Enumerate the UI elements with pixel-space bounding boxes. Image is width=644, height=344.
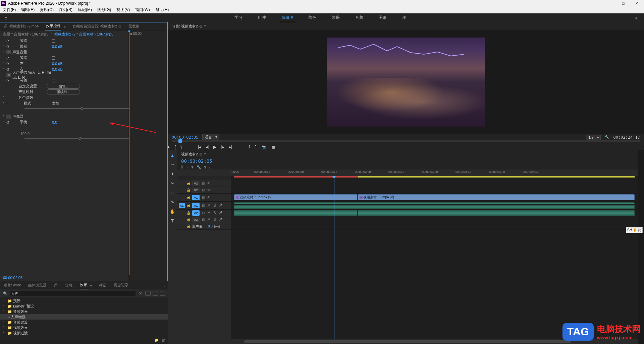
out-point-icon[interactable]: } (180, 145, 182, 149)
lock-icon[interactable]: 🔒 (186, 182, 191, 185)
menu-help[interactable]: 帮助(H) (154, 6, 170, 13)
step-back-icon[interactable]: ◂| (206, 145, 209, 149)
right-value[interactable]: 0.0 dB (52, 67, 63, 71)
resolution-dropdown[interactable]: 1/2 (586, 135, 600, 140)
settings-icon[interactable]: 🔧 (605, 135, 609, 139)
zoom-dropdown[interactable]: 适合 (202, 134, 219, 140)
marker-icon[interactable]: ▼ (191, 165, 194, 169)
marker-add-icon[interactable]: ♦ (168, 145, 170, 149)
home-icon[interactable]: ⌂ (3, 14, 9, 21)
workspace-graphics[interactable]: 图形 (376, 13, 389, 22)
lift-icon[interactable]: ⤴ (248, 145, 250, 149)
tab-source[interactable]: 源: 视频素材2~2.mp4 (3, 22, 39, 30)
stopwatch-icon[interactable]: ◔ (6, 45, 10, 48)
clip-audio-a1[interactable] (234, 205, 635, 209)
balance-value[interactable]: 0.0 (52, 120, 57, 124)
bypass-checkbox[interactable] (52, 39, 55, 43)
add-button-icon[interactable]: + (642, 145, 644, 149)
program-monitor[interactable] (168, 30, 644, 134)
workspace-effects[interactable]: 效果 (329, 13, 342, 22)
fx-badge[interactable]: fx (6, 50, 11, 54)
tabs-overflow[interactable]: » (163, 283, 165, 287)
panel-menu-icon[interactable]: ≡ (204, 24, 206, 28)
track-a2[interactable]: A2 (192, 210, 200, 216)
menu-marker[interactable]: 标记(M) (76, 6, 93, 13)
tab-markers[interactable]: 标记 (98, 281, 107, 289)
panel-menu-icon[interactable]: ≡ (90, 283, 92, 287)
menu-clip[interactable]: 剪辑(C) (39, 6, 55, 13)
track-v2[interactable]: V2 (192, 188, 200, 193)
panel-menu-icon[interactable]: ≡ (63, 24, 65, 28)
in-point-icon[interactable]: { (174, 145, 176, 149)
comparison-icon[interactable]: ▦ (271, 145, 275, 149)
menu-window[interactable]: 窗口(W) (134, 6, 151, 13)
clip-audio-a2b[interactable] (358, 210, 635, 216)
tree-audio-effects[interactable]: ˅📁音频效果 (0, 309, 168, 314)
stopwatch-icon[interactable]: ◔ (6, 39, 10, 43)
level-value[interactable]: 0.0 dB (52, 45, 63, 49)
linked-selection-icon[interactable]: ∩ (185, 165, 188, 169)
menu-view[interactable]: 视图(V) (115, 6, 131, 13)
ec-timecode[interactable]: 00:00:02:05 (3, 276, 22, 280)
track-select-tool-icon[interactable]: ⇥ (169, 161, 175, 167)
menu-sequence[interactable]: 序列(S) (58, 6, 74, 13)
cc-icon[interactable]: ▭ (209, 165, 212, 169)
sequence-name[interactable]: 视频素材2~2 (181, 152, 202, 157)
expand-icon[interactable]: ▶◀ (214, 224, 220, 228)
mode-value[interactable]: 女性 (52, 101, 59, 106)
clip-video-2[interactable]: fx视频素材 ~2.mp4 [V] (358, 194, 635, 200)
extract-icon[interactable]: ⤵ (255, 145, 257, 149)
tree-audio-transitions[interactable]: ˃📁音频过渡 (0, 320, 168, 325)
workspace-audio[interactable]: 音频 (353, 13, 366, 22)
workspace-overflow[interactable]: » (631, 16, 641, 20)
type-tool-icon[interactable]: T (169, 218, 175, 224)
clip-audio-a2a[interactable] (234, 210, 357, 216)
play-icon[interactable]: ▶ (213, 145, 216, 149)
left-value[interactable]: 0.0 dB (52, 62, 63, 66)
tree-video-effects[interactable]: ˃📁视频效果 (0, 325, 168, 330)
tab-effects[interactable]: 效果 (79, 281, 88, 289)
menu-graphics[interactable]: 图形(G) (96, 6, 112, 13)
workspace-color[interactable]: 颜色 (306, 13, 319, 22)
source-a1[interactable]: A1 (179, 203, 185, 208)
tab-info[interactable]: 信息 (64, 281, 73, 289)
clip-audio-a1-top[interactable] (234, 202, 635, 204)
tab-history[interactable]: 历史记录 (113, 281, 129, 289)
track-v1[interactable]: V1 (192, 195, 200, 200)
clear-search-icon[interactable]: ✕ (138, 291, 143, 296)
sync-lock-icon[interactable]: ⊟ (201, 182, 205, 185)
pen-tool-icon[interactable]: ✎ (169, 199, 175, 205)
new-bin-icon[interactable]: 📁 (154, 338, 159, 342)
tree-lumetri[interactable]: ˃📁Lumetri 预设 (0, 303, 168, 309)
tab-media-browser[interactable]: 媒体浏览器 (28, 281, 47, 289)
snap-icon[interactable]: ⁑ (181, 165, 183, 169)
tab-audio-mixer[interactable]: 音频剪辑混合器: 视频素材2~2 (72, 22, 122, 30)
effects-search-input[interactable] (10, 291, 136, 296)
clip-video-1[interactable]: fx视频素材 2~2.mp4 [V] (234, 194, 357, 200)
minimize-button[interactable]: — (606, 1, 613, 6)
ripple-tool-icon[interactable]: ✦ (169, 171, 175, 177)
settings-icon[interactable]: 🔧 (197, 165, 201, 169)
export-frame-icon[interactable]: 📷 (262, 145, 267, 149)
track-a3[interactable]: A3 (192, 217, 200, 222)
step-forward-icon[interactable]: |▸ (221, 145, 224, 149)
32bit-badge-icon[interactable] (153, 291, 158, 296)
tab-libraries[interactable]: 库 (53, 281, 58, 289)
workspace-assembly[interactable]: 组件 (255, 13, 269, 22)
panel-menu-icon[interactable]: ≡ (204, 152, 206, 156)
workspace-editing[interactable]: 编辑 ≡ (279, 13, 296, 22)
yuv-badge-icon[interactable] (160, 291, 165, 296)
timeline-playhead[interactable] (334, 176, 334, 339)
wrench-icon[interactable]: ↯ (204, 165, 207, 169)
maximize-button[interactable]: □ (620, 1, 627, 6)
delete-icon[interactable]: 🗑 (162, 338, 165, 342)
hand-tool-icon[interactable]: ✋ (169, 208, 175, 214)
voice-icon[interactable]: 🎤 (218, 204, 222, 207)
timeline-ruler[interactable]: :00:00 00:00:00:15 00:00:01:00 00:00:01:… (177, 169, 638, 176)
menu-edit[interactable]: 编辑(E) (20, 6, 36, 13)
program-scrubber[interactable] (168, 140, 644, 144)
solo-icon[interactable]: S (213, 204, 217, 207)
master-track[interactable]: 主声道 (192, 224, 202, 229)
program-tc-left[interactable]: 00:00:02:05 (172, 135, 198, 140)
master-value[interactable]: 0.0 (208, 224, 213, 228)
